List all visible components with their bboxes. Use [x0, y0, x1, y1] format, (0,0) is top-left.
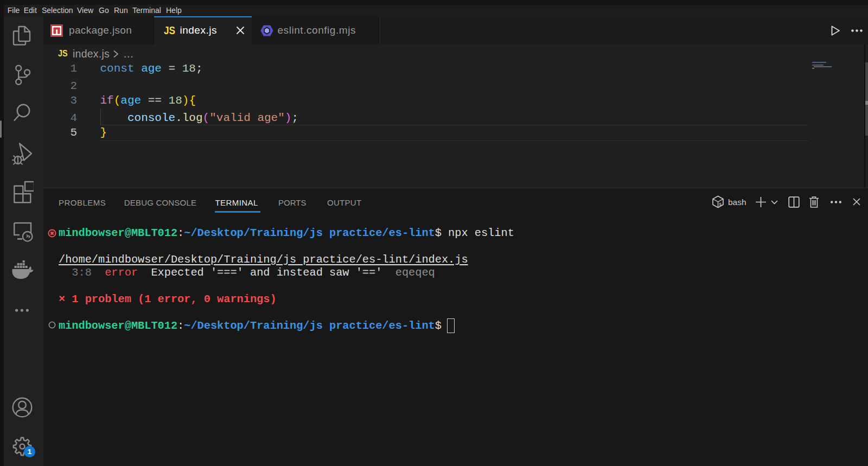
- svg-text:$: $: [719, 202, 722, 207]
